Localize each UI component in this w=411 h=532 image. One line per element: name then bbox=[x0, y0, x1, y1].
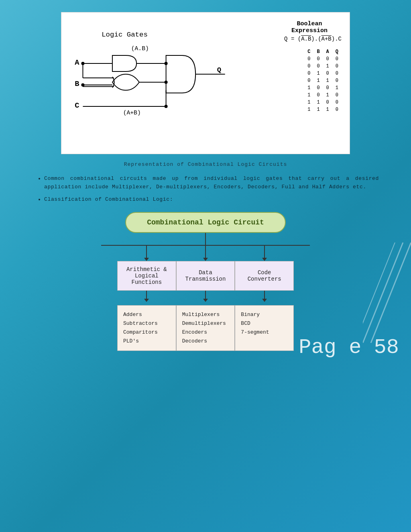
level3-box-mux: MultiplexersDemultiplexersEncodersDecode… bbox=[176, 305, 235, 351]
svg-text:C: C bbox=[75, 101, 79, 110]
table-row: 1100 bbox=[304, 99, 342, 106]
bullet-2: Classification of Combinational Logic: bbox=[44, 196, 379, 204]
truth-table: C B A Q 00000010010001101001101011001110 bbox=[304, 48, 342, 113]
gates-svg-container: A B C Logic Gates (A.B) bbox=[69, 20, 273, 146]
top-connector bbox=[205, 233, 206, 245]
truth-table-container: Boolean Expression Q = (A.B).(A+B).C C B… bbox=[277, 20, 342, 146]
level3-box-binary: BinaryBCD7-segment bbox=[235, 305, 294, 351]
bullet-section: Common combinational circuits made up fr… bbox=[24, 175, 387, 204]
table-row: 0100 bbox=[304, 70, 342, 77]
svg-text:Q: Q bbox=[217, 66, 221, 74]
level2-connectors-row bbox=[101, 246, 310, 261]
svg-text:(A.B): (A.B) bbox=[131, 45, 149, 52]
col-q: Q bbox=[332, 48, 342, 55]
svg-text:A: A bbox=[75, 58, 79, 67]
decorative-lines bbox=[363, 243, 411, 343]
logic-gates-diagram: A B C Logic Gates (A.B) bbox=[61, 12, 350, 154]
level2-box-data: DataTransmission bbox=[176, 261, 235, 291]
level3-row: AddersSubtractorsComparitorsPLD's Multip… bbox=[101, 305, 310, 351]
col-a: A bbox=[323, 48, 332, 55]
col-c: C bbox=[304, 48, 313, 55]
table-row: 1010 bbox=[304, 92, 342, 99]
level2-box-arithmetic: Arithmetic &Logical Functions bbox=[117, 261, 176, 291]
diagram-caption: Representation of Combinational Logic Ci… bbox=[24, 161, 387, 167]
level2-row: Arithmetic &Logical Functions DataTransm… bbox=[101, 261, 310, 291]
svg-point-23 bbox=[165, 81, 168, 84]
svg-line-25 bbox=[371, 243, 411, 343]
clc-diagram: Combinational Logic Circuit Arithmeti bbox=[73, 212, 338, 351]
boolean-title: Boolean Expression bbox=[277, 20, 342, 34]
table-row: 1001 bbox=[304, 84, 342, 92]
svg-text:Logic Gates: Logic Gates bbox=[102, 31, 148, 39]
table-row: 0110 bbox=[304, 77, 342, 84]
col-b: B bbox=[313, 48, 323, 55]
svg-text:B: B bbox=[75, 79, 79, 88]
level3-box-adders: AddersSubtractorsComparitorsPLD's bbox=[117, 305, 176, 351]
logic-gates-svg: A B C Logic Gates (A.B) bbox=[69, 20, 273, 144]
svg-line-27 bbox=[363, 243, 395, 343]
boolean-expression: Q = (A.B).(A+B).C bbox=[284, 36, 342, 42]
level3-connectors-row bbox=[101, 291, 310, 305]
table-row: 0000 bbox=[304, 55, 342, 63]
svg-line-26 bbox=[363, 243, 403, 343]
svg-point-24 bbox=[165, 105, 168, 108]
page-number: Pag e 58 bbox=[299, 336, 399, 359]
table-row: 0010 bbox=[304, 63, 342, 70]
table-row: 1110 bbox=[304, 106, 342, 113]
level2-box-code: CodeConverters bbox=[235, 261, 294, 291]
svg-point-22 bbox=[165, 62, 168, 65]
clc-top-box: Combinational Logic Circuit bbox=[125, 212, 286, 233]
svg-text:(A+B): (A+B) bbox=[123, 110, 141, 116]
bullet-1: Common combinational circuits made up fr… bbox=[44, 175, 379, 192]
